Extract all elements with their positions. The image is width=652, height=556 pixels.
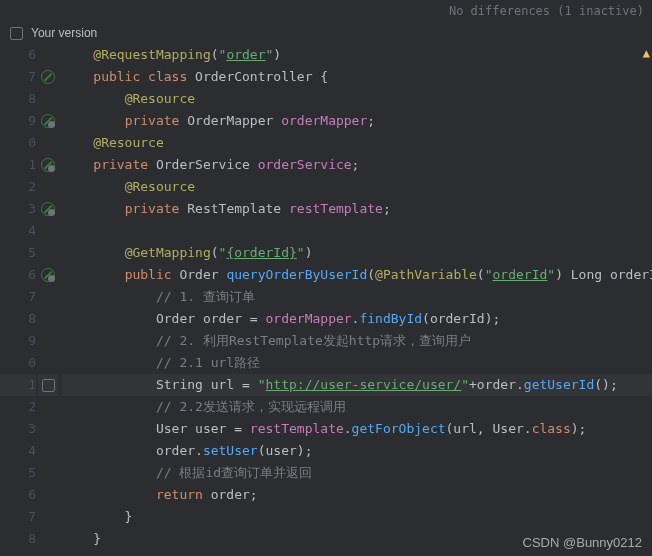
line-number: 6 bbox=[0, 44, 36, 66]
code-line[interactable]: // 根据id查询订单并返回 bbox=[62, 462, 652, 484]
gutter-icon-slot bbox=[38, 352, 58, 374]
code-editor[interactable]: 67890123456789012345678 @RequestMapping(… bbox=[0, 44, 652, 556]
gutter-marker-icon[interactable] bbox=[41, 202, 55, 216]
line-number: 2 bbox=[0, 176, 36, 198]
gutter-icon-slot bbox=[38, 418, 58, 440]
gutter-marker-icon[interactable] bbox=[41, 268, 55, 282]
gutter-icon-slot bbox=[38, 66, 58, 88]
gutter-icon-slot bbox=[38, 330, 58, 352]
version-header: Your version bbox=[0, 22, 652, 44]
code-line[interactable]: private OrderService orderService; bbox=[62, 154, 652, 176]
code-line[interactable]: public class OrderController { bbox=[62, 66, 652, 88]
code-line[interactable]: Order order = orderMapper.findById(order… bbox=[62, 308, 652, 330]
line-number-gutter: 67890123456789012345678 bbox=[0, 44, 38, 556]
line-number: 8 bbox=[0, 528, 36, 550]
gutter-icon-slot bbox=[38, 528, 58, 550]
gutter-marker-icon[interactable] bbox=[41, 158, 55, 172]
code-line[interactable]: User user = restTemplate.getForObject(ur… bbox=[62, 418, 652, 440]
line-number: 6 bbox=[0, 264, 36, 286]
code-line[interactable]: // 2.2发送请求，实现远程调用 bbox=[62, 396, 652, 418]
top-status-bar: No differences (1 inactive) bbox=[0, 0, 652, 22]
gutter-icon-slot bbox=[38, 110, 58, 132]
line-number: 3 bbox=[0, 198, 36, 220]
line-number: 1 bbox=[0, 374, 36, 396]
code-line[interactable]: @Resource bbox=[62, 132, 652, 154]
gutter-icon-slot bbox=[38, 176, 58, 198]
code-line[interactable]: @GetMapping("{orderId}") bbox=[62, 242, 652, 264]
code-line[interactable]: private OrderMapper orderMapper; bbox=[62, 110, 652, 132]
diff-status-text: No differences (1 inactive) bbox=[449, 4, 644, 18]
code-line[interactable]: return order; bbox=[62, 484, 652, 506]
line-number: 4 bbox=[0, 440, 36, 462]
line-number: 7 bbox=[0, 286, 36, 308]
line-number: 2 bbox=[0, 396, 36, 418]
code-line[interactable]: // 2.1 url路径 bbox=[62, 352, 652, 374]
line-number: 0 bbox=[0, 132, 36, 154]
gutter-icon-slot bbox=[38, 286, 58, 308]
gutter-icon-slot bbox=[38, 374, 58, 396]
line-number: 1 bbox=[0, 154, 36, 176]
gutter-icons-column bbox=[38, 44, 58, 556]
gutter-icon-slot bbox=[38, 462, 58, 484]
gutter-icon-slot bbox=[38, 154, 58, 176]
your-version-checkbox[interactable] bbox=[10, 27, 23, 40]
code-line[interactable]: @RequestMapping("order") bbox=[62, 44, 652, 66]
gutter-icon-slot bbox=[38, 440, 58, 462]
gutter-icon-slot bbox=[38, 88, 58, 110]
code-line[interactable]: public Order queryOrderByUserId(@PathVar… bbox=[62, 264, 652, 286]
gutter-icon-slot bbox=[38, 44, 58, 66]
line-number: 9 bbox=[0, 110, 36, 132]
watermark-text: CSDN @Bunny0212 bbox=[523, 535, 642, 550]
line-number: 0 bbox=[0, 352, 36, 374]
gutter-icon-slot bbox=[38, 396, 58, 418]
gutter-icon-slot bbox=[38, 220, 58, 242]
gutter-icon-slot bbox=[38, 308, 58, 330]
line-number: 9 bbox=[0, 330, 36, 352]
gutter-icon-slot bbox=[38, 198, 58, 220]
code-line[interactable]: // 2. 利用RestTemplate发起http请求，查询用户 bbox=[62, 330, 652, 352]
gutter-marker-icon[interactable] bbox=[41, 70, 55, 84]
line-number: 4 bbox=[0, 220, 36, 242]
code-line[interactable]: // 1. 查询订单 bbox=[62, 286, 652, 308]
code-line[interactable]: order.setUser(user); bbox=[62, 440, 652, 462]
gutter-marker-icon[interactable] bbox=[41, 114, 55, 128]
line-checkbox[interactable] bbox=[42, 379, 55, 392]
line-number: 5 bbox=[0, 462, 36, 484]
code-line[interactable]: @Resource bbox=[62, 88, 652, 110]
code-line[interactable] bbox=[62, 220, 652, 242]
line-number: 7 bbox=[0, 66, 36, 88]
line-number: 8 bbox=[0, 308, 36, 330]
code-line[interactable]: String url = "http://user-service/user/"… bbox=[62, 374, 652, 396]
line-number: 6 bbox=[0, 484, 36, 506]
your-version-label: Your version bbox=[31, 26, 97, 40]
code-line[interactable]: } bbox=[62, 506, 652, 528]
code-line[interactable]: @Resource bbox=[62, 176, 652, 198]
line-number: 3 bbox=[0, 418, 36, 440]
line-number: 8 bbox=[0, 88, 36, 110]
gutter-icon-slot bbox=[38, 242, 58, 264]
gutter-icon-slot bbox=[38, 506, 58, 528]
gutter-icon-slot bbox=[38, 484, 58, 506]
gutter-icon-slot bbox=[38, 132, 58, 154]
code-line[interactable]: private RestTemplate restTemplate; bbox=[62, 198, 652, 220]
line-number: 7 bbox=[0, 506, 36, 528]
gutter-icon-slot bbox=[38, 264, 58, 286]
line-number: 5 bbox=[0, 242, 36, 264]
code-content[interactable]: @RequestMapping("order") public class Or… bbox=[58, 44, 652, 556]
